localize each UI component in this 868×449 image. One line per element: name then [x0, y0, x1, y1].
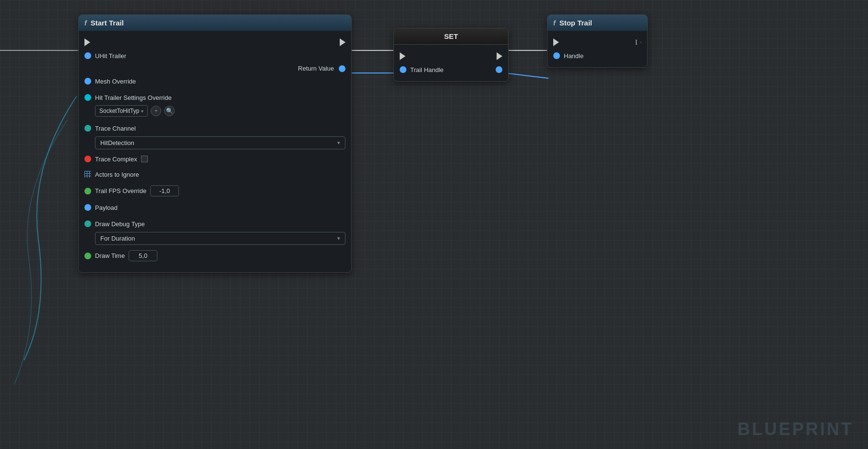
hit-trailer-dropdown[interactable]: SocketToHitTyp ▾ [95, 105, 148, 117]
set-exec-row [394, 49, 508, 63]
stop-trail-header: f Stop Trail [547, 15, 647, 31]
return-value-pin[interactable] [339, 65, 345, 72]
stop-exec-row [547, 36, 647, 49]
stop-trail-title: Stop Trail [559, 19, 592, 27]
mesh-override-pin[interactable] [84, 78, 91, 85]
uhit-trailer-row: UHit Trailer [79, 49, 351, 62]
actors-ignore-label: Actors to Ignore [95, 171, 139, 178]
handle-pin[interactable] [553, 52, 560, 59]
uhit-trailer-pin[interactable] [84, 52, 91, 59]
set-exec-out[interactable] [497, 52, 502, 60]
draw-debug-label: Draw Debug Type [95, 220, 145, 228]
trace-complex-pin[interactable] [84, 156, 91, 162]
actors-ignore-pin[interactable] [84, 171, 91, 178]
hit-trailer-add-btn[interactable]: + [151, 106, 161, 116]
hit-trailer-dropdown-value: SocketToHitTyp [99, 108, 139, 114]
trace-channel-label: Trace Channel [95, 125, 136, 132]
trace-channel-arrow: ▾ [337, 140, 340, 146]
draw-debug-arrow: ▾ [337, 235, 340, 242]
draw-debug-value: For Duration [100, 235, 135, 242]
set-exec-in[interactable] [400, 52, 405, 60]
start-trail-title: Start Trail [91, 19, 124, 27]
stop-trail-node: f Stop Trail Handle [547, 14, 648, 68]
trace-channel-pin[interactable] [84, 125, 91, 132]
hit-trailer-pin[interactable] [84, 94, 91, 101]
draw-time-input[interactable]: 5,0 [129, 250, 157, 261]
trace-complex-checkbox[interactable] [141, 156, 148, 162]
mesh-override-row: Mesh Override [79, 74, 351, 88]
payload-row: Payload [79, 201, 351, 214]
trail-handle-label: Trail Handle [410, 66, 444, 73]
draw-time-label: Draw Time [95, 252, 125, 259]
stop-exec-out [636, 39, 642, 45]
set-header: SET [394, 28, 508, 45]
stop-func-icon: f [553, 19, 556, 27]
set-node: SET Trail Handle [393, 28, 509, 82]
return-value-label: Return Value [298, 65, 334, 72]
trail-handle-row: Trail Handle [394, 63, 508, 76]
trace-complex-row: Trace Complex [79, 152, 351, 166]
trace-channel-value: HitDetection [100, 139, 134, 146]
draw-debug-row: Draw Debug Type [79, 217, 351, 231]
trail-fps-pin[interactable] [84, 188, 91, 194]
draw-debug-dropdown[interactable]: For Duration ▾ [95, 232, 345, 245]
hit-trailer-dropdown-arrow: ▾ [141, 109, 143, 114]
trace-channel-row: Trace Channel [79, 121, 351, 135]
exec-row [79, 36, 351, 49]
set-body: Trail Handle [394, 45, 508, 81]
return-value-row: Return Value [79, 62, 351, 74]
hit-trailer-settings-row: Hit Trailer Settings Override [79, 91, 351, 104]
draw-time-pin[interactable] [84, 253, 91, 259]
uhit-trailer-label: UHit Trailer [95, 52, 126, 60]
trail-handle-pin-right[interactable] [496, 66, 502, 73]
start-trail-body: UHit Trailer Return Value Mesh Override … [79, 31, 351, 272]
exec-out-pin[interactable] [340, 38, 345, 46]
payload-label: Payload [95, 204, 118, 211]
actors-ignore-row: Actors to Ignore [79, 168, 351, 181]
start-trail-header: f Start Trail [79, 15, 351, 31]
blueprint-watermark: BLUEPRINT [737, 419, 854, 439]
handle-label: Handle [564, 52, 583, 60]
handle-row: Handle [547, 49, 647, 62]
trail-fps-input[interactable]: -1,0 [150, 185, 179, 196]
exec-in-pin[interactable] [84, 38, 90, 46]
mesh-override-label: Mesh Override [95, 78, 136, 85]
func-icon: f [84, 19, 87, 27]
set-title: SET [444, 32, 458, 40]
hit-trailer-sub-row: SocketToHitTyp ▾ + 🔍 [79, 104, 351, 119]
trace-complex-label: Trace Complex [95, 156, 137, 163]
start-trail-node: f Start Trail UHit Trailer Return Value … [78, 14, 352, 273]
hit-trailer-label: Hit Trailer Settings Override [95, 94, 172, 101]
hit-trailer-search-btn[interactable]: 🔍 [164, 106, 175, 116]
trail-handle-pin-left[interactable] [400, 66, 406, 73]
draw-debug-pin[interactable] [84, 220, 91, 227]
payload-pin[interactable] [84, 204, 91, 211]
trail-fps-label: Trail FPS Override [95, 187, 146, 194]
trail-fps-row: Trail FPS Override -1,0 [79, 183, 351, 199]
draw-time-row: Draw Time 5,0 [79, 248, 351, 264]
stop-exec-in[interactable] [553, 38, 559, 46]
trace-channel-dropdown[interactable]: HitDetection ▾ [95, 136, 345, 149]
stop-trail-body: Handle [547, 31, 647, 67]
